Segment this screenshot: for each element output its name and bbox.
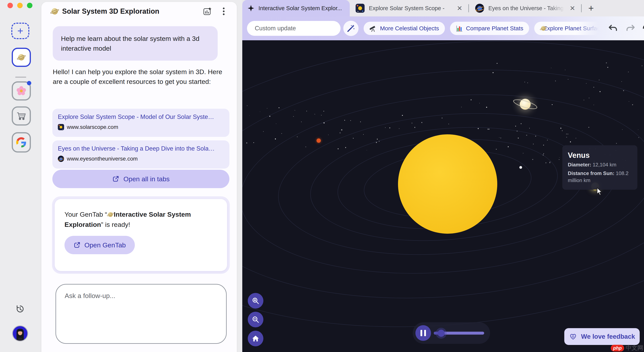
sun[interactable]	[398, 134, 497, 234]
tab-solar-system-scope[interactable]: Explore Solar System Scope - ✕	[350, 0, 464, 17]
planet-tooltip: Venus Diameter: 12,104 km Distance from …	[562, 145, 637, 190]
regenerate-button[interactable]	[641, 22, 644, 35]
planet-saturn[interactable]	[514, 93, 536, 115]
chip-compare-planet-stats[interactable]: Compare Planet Stats	[450, 22, 529, 35]
feedback-button[interactable]: We love feedback	[564, 328, 640, 345]
saturn-icon	[50, 7, 59, 16]
sidebar-divider	[15, 77, 26, 78]
speed-slider-thumb[interactable]	[438, 330, 445, 337]
heart-smile-icon	[569, 332, 577, 341]
saturn-icon	[107, 211, 114, 218]
close-tab-icon[interactable]: ✕	[570, 5, 576, 12]
followup-input[interactable]	[56, 284, 227, 344]
open-all-label: Open all in tabs	[124, 175, 170, 183]
external-link-icon	[74, 241, 80, 248]
chat-thread: Help me learn about the solar system wit…	[42, 21, 237, 352]
tab-label: Explore Solar System Scope -	[369, 5, 453, 12]
more-options-icon[interactable]	[219, 7, 228, 16]
chip-more-celestial-objects[interactable]: More Celestial Objects	[364, 22, 445, 35]
resource-card[interactable]: Explore Solar System Scope - Model of Ou…	[52, 109, 230, 137]
tab-eyes-on-universe[interactable]: Eyes on the Universe - Taking ✕	[473, 0, 577, 17]
sidebar-item-google[interactable]	[12, 132, 31, 153]
tab-label: Interactive Solar System Explor...	[258, 5, 345, 12]
chip-label: Compare Planet Stats	[466, 25, 523, 32]
tooltip-title: Venus	[568, 151, 633, 160]
custom-update-input[interactable]	[247, 21, 340, 36]
gentab-ready-card: Your GenTab “Interactive Solar System Ex…	[52, 196, 230, 274]
telescope-icon	[370, 25, 377, 32]
magic-wand-button[interactable]	[343, 21, 358, 36]
chat-panel: Solar System 3D Exploration Help me lear…	[42, 2, 237, 352]
planet-mercury[interactable]	[519, 166, 522, 169]
eyesontheuniverse-favicon	[475, 4, 484, 13]
tab-separator	[581, 4, 582, 12]
close-tab-icon[interactable]: ✕	[457, 5, 462, 12]
notification-dot	[27, 81, 31, 85]
tooltip-distance: Distance from Sun: 108.2 million km	[568, 170, 633, 184]
assistant-message: Hello! I can help you explore the solar …	[53, 67, 225, 86]
chip-explore-planet-surfaces[interactable]: Explore Planet Surfaces	[534, 22, 602, 35]
solar-system-3d-view[interactable]: Venus Diameter: 12,104 km Distance from …	[242, 40, 644, 352]
external-link-icon	[112, 175, 119, 182]
saturn-icon	[17, 53, 26, 62]
new-workspace-button[interactable]: +	[11, 23, 29, 39]
resource-card[interactable]: Eyes on the Universe - Taking a Deep Div…	[52, 140, 230, 169]
tooltip-diameter: Diameter: 12,104 km	[568, 161, 633, 168]
home-view-button[interactable]	[248, 331, 264, 346]
tab-strip: Interactive Solar System Explor... Explo…	[242, 0, 644, 17]
history-button[interactable]	[16, 304, 25, 314]
tab-separator	[468, 4, 469, 12]
sidebar: +	[0, 0, 41, 352]
resource-title[interactable]: Explore Solar System Scope - Model of Ou…	[58, 113, 224, 121]
tab-interactive-solar-system[interactable]: Interactive Solar System Explor...	[242, 0, 350, 17]
eyesontheuniverse-favicon	[58, 156, 64, 162]
flower-icon	[16, 86, 26, 96]
planet-mars[interactable]	[316, 138, 321, 143]
solarscope-favicon	[356, 4, 364, 13]
zoom-window-button[interactable]	[27, 3, 32, 8]
sidebar-item-solar-system[interactable]	[12, 48, 31, 67]
new-tab-button[interactable]: +	[588, 4, 594, 13]
minimize-window-button[interactable]	[17, 3, 23, 8]
chat-header: Solar System 3D Exploration	[42, 2, 237, 21]
open-gentab-label: Open GenTab	[84, 241, 126, 249]
close-window-button[interactable]	[8, 3, 13, 8]
gentab-toolbar: More Celestial Objects Compare Planet St…	[242, 17, 644, 40]
plus-icon: +	[18, 26, 23, 36]
sparkle-icon	[248, 5, 254, 12]
undo-button[interactable]	[607, 22, 620, 35]
watermark-badge: php	[611, 345, 624, 351]
google-icon	[16, 137, 26, 147]
chip-label: More Celestial Objects	[380, 25, 439, 32]
create-gentab-icon[interactable]	[203, 7, 212, 16]
browser-pane: Interactive Solar System Explor... Explo…	[242, 0, 644, 352]
chat-title: Solar System 3D Exploration	[62, 7, 160, 16]
gentab-ready-text: Your GenTab “Interactive Solar System Ex…	[64, 209, 209, 230]
zoom-out-button[interactable]	[248, 312, 264, 327]
user-message: Help me learn about the solar system wit…	[53, 26, 218, 61]
pause-button[interactable]	[416, 325, 431, 341]
feedback-label: We love feedback	[581, 333, 635, 340]
playback-controls	[413, 322, 490, 344]
zoom-in-button[interactable]	[248, 293, 264, 308]
sidebar-item-flower[interactable]	[12, 81, 31, 101]
window-controls	[8, 3, 32, 8]
watermark-text: 中文网	[626, 344, 643, 352]
redo-button[interactable]	[624, 22, 636, 35]
tab-label: Eyes on the Universe - Taking	[488, 5, 566, 12]
mouse-cursor	[596, 187, 604, 196]
resource-title[interactable]: Eyes on the Universe - Taking a Deep Div…	[58, 145, 224, 152]
resource-url: www.solarscope.com	[67, 124, 118, 130]
chip-label: Explore Planet Surfaces	[543, 25, 602, 32]
wand-icon	[346, 24, 355, 33]
bar-chart-icon	[456, 25, 463, 32]
avatar[interactable]	[12, 325, 28, 341]
watermark: php 中文网	[611, 344, 643, 352]
cart-icon	[16, 111, 26, 121]
resource-url: www.eyesontheuniverse.com	[67, 156, 138, 162]
solarscope-favicon	[58, 124, 64, 130]
open-gentab-button[interactable]: Open GenTab	[64, 236, 135, 254]
sidebar-item-shopping[interactable]	[12, 106, 31, 126]
open-all-in-tabs-button[interactable]: Open all in tabs	[52, 170, 230, 188]
